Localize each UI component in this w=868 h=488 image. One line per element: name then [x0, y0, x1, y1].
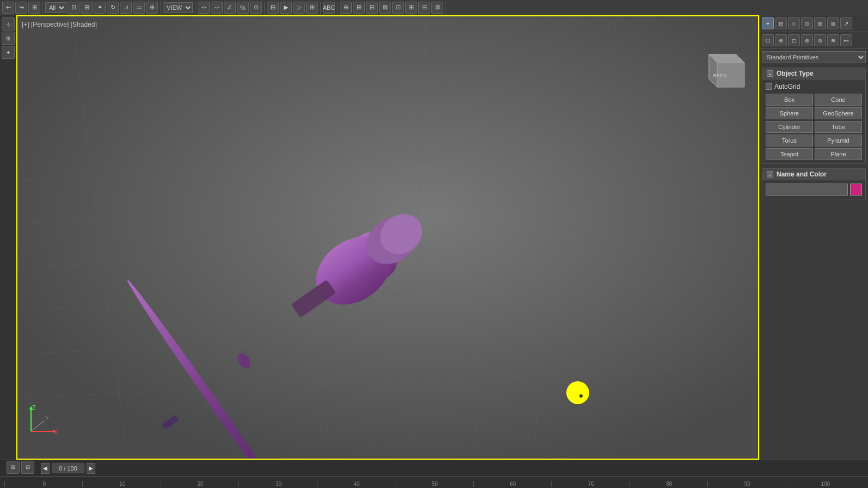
frame-counter: 0 / 100 [52, 463, 84, 473]
create-panel-icon[interactable]: ✦ [762, 17, 774, 29]
geosphere-button[interactable]: GeoSphere [815, 107, 862, 119]
panel-icon-r2-2[interactable]: ⊕ [775, 34, 787, 46]
name-color-collapse[interactable]: - [767, 171, 773, 178]
ruler-30: 30 [239, 481, 316, 487]
display-panel-icon[interactable]: ⊞ [814, 17, 826, 29]
name-color-title: Name and Color [777, 170, 827, 178]
autogrid-checkbox[interactable] [766, 83, 772, 90]
rect-select-button[interactable]: ▭ [133, 2, 145, 14]
undo-button[interactable]: ↩ [2, 2, 14, 14]
ruler-100: 100 [786, 481, 864, 487]
hierarchy-panel-icon[interactable]: ◇ [788, 17, 800, 29]
select-region-button[interactable]: ⊞ [81, 2, 93, 14]
color-swatch[interactable] [850, 184, 862, 196]
ruler-80: 80 [629, 481, 707, 487]
ruler-90: 90 [707, 481, 785, 487]
nav-cube[interactable]: BACK [698, 44, 747, 93]
bottom-left-icons: ⊞ ⊟ [4, 461, 36, 474]
status-icon-2[interactable]: ⊟ [21, 461, 34, 474]
left-icon-1[interactable]: ⊹ [2, 17, 15, 30]
render-button[interactable]: ▶ [280, 2, 292, 14]
name-color-content [762, 180, 865, 199]
main-layout: ⊹ ⊞ ✦ [+] [Perspective] [Shaded] [0, 15, 868, 460]
prev-frame-button[interactable]: ◀ [41, 463, 50, 474]
snap-2d-button[interactable]: ⊹ [198, 2, 210, 14]
ruler-0: 0 [4, 481, 82, 487]
object-name-input[interactable] [766, 184, 848, 196]
toolbar-group-text: ABC [323, 2, 338, 14]
panel-icon-r2-3[interactable]: ◻ [788, 34, 800, 46]
snap-3d-button[interactable]: ⊹ [211, 2, 223, 14]
render-frame-button[interactable]: ▷ [293, 2, 305, 14]
rotate-button[interactable]: ↻ [107, 2, 119, 14]
svg-text:Y: Y [45, 416, 49, 422]
ruler-70: 70 [551, 481, 629, 487]
misc5-button[interactable]: ⊞ [405, 2, 417, 14]
svg-text:X: X [54, 429, 58, 435]
plane-button[interactable]: Plane [815, 148, 862, 160]
panel-icon-r2-7[interactable]: ⊷ [840, 34, 852, 46]
misc1-button[interactable]: ⊞ [353, 2, 365, 14]
create-selection-button[interactable]: ⊕ [340, 2, 352, 14]
tube-button[interactable]: Tube [815, 121, 862, 133]
utilities-panel-icon[interactable]: ⊠ [827, 17, 839, 29]
svg-text:Z: Z [32, 405, 35, 411]
object-type-collapse[interactable]: - [767, 70, 773, 77]
left-icon-3[interactable]: ✦ [2, 46, 15, 59]
viewport[interactable]: [+] [Perspective] [Shaded] [16, 15, 759, 460]
select-button[interactable]: ⊡ [68, 2, 80, 14]
torus-button[interactable]: Torus [766, 135, 813, 147]
sphere-button[interactable]: Sphere [766, 107, 813, 119]
panel-icon-r2-6[interactable]: ≋ [827, 34, 839, 46]
panel-icon-r2-4[interactable]: ⊗ [801, 34, 813, 46]
cursor-indicator [566, 381, 589, 404]
ruler-10: 10 [82, 481, 160, 487]
misc4-button[interactable]: ⊡ [392, 2, 404, 14]
misc6-button[interactable]: ⊟ [418, 2, 430, 14]
toolbar-group-misc: ⊕ ⊞ ⊟ ⊠ ⊡ ⊞ ⊟ ⊠ [340, 2, 446, 14]
cone-button[interactable]: Cone [815, 94, 862, 106]
text-button[interactable]: ABC [323, 2, 335, 14]
autogrid-row: AutoGrid [766, 83, 862, 90]
box-button[interactable]: Box [766, 94, 813, 106]
extra-panel-icon[interactable]: ↗ [840, 17, 852, 29]
object-type-header: - Object Type [762, 68, 865, 80]
toolbar-group-select: All ⊡ ⊞ ✦ ↻ ⊿ ▭ ⊕ [45, 2, 161, 14]
spinner-snap-button[interactable]: ⊙ [250, 2, 262, 14]
freeform-button[interactable]: ⊕ [146, 2, 158, 14]
ruler-50: 50 [395, 481, 473, 487]
teapot-button[interactable]: Teapot [766, 148, 813, 160]
redo-button[interactable]: ↪ [15, 2, 27, 14]
panel-icon-r2-1[interactable]: ⬡ [762, 34, 774, 46]
misc3-button[interactable]: ⊠ [379, 2, 391, 14]
axis-indicator: X Z Y [26, 404, 58, 437]
motion-panel-icon[interactable]: ⊙ [801, 17, 813, 29]
status-icon-1[interactable]: ⊞ [7, 461, 20, 474]
pyramid-button[interactable]: Pyramid [815, 135, 862, 147]
primitives-type-dropdown[interactable]: Standard Primitives Extended Primitives … [762, 51, 866, 63]
percent-snap-button[interactable]: % [237, 2, 249, 14]
scene-button[interactable]: ⊞ [28, 2, 40, 14]
view-dropdown[interactable]: VIEW [163, 2, 193, 13]
render-region-button[interactable]: ⊞ [306, 2, 318, 14]
ruler-60: 60 [473, 481, 551, 487]
left-icon-2[interactable]: ⊞ [2, 32, 15, 45]
render-setup-button[interactable]: ⊟ [267, 2, 279, 14]
object-type-section: - Object Type AutoGrid Box Cone Sphere G… [762, 68, 866, 164]
misc2-button[interactable]: ⊟ [366, 2, 378, 14]
modify-panel-icon[interactable]: ⊟ [775, 17, 787, 29]
panel-icons-row2: ⬡ ⊕ ◻ ⊗ ⊘ ≋ ⊷ [760, 32, 868, 49]
cylinder-button[interactable]: Cylinder [766, 121, 813, 133]
angle-snap-button[interactable]: ∠ [224, 2, 236, 14]
autogrid-label: AutoGrid [774, 83, 800, 90]
next-frame-button[interactable]: ▶ [87, 463, 95, 474]
toolbar-group-snaps: ⊹ ⊹ ∠ % ⊙ [198, 2, 265, 14]
selection-filter-dropdown[interactable]: All [45, 2, 66, 13]
panel-icon-r2-5[interactable]: ⊘ [814, 34, 826, 46]
svg-line-30 [31, 420, 45, 431]
misc7-button[interactable]: ⊠ [431, 2, 443, 14]
move-button[interactable]: ✦ [94, 2, 106, 14]
status-bar: ⊞ ⊟ ◀ 0 / 100 ▶ [0, 460, 868, 476]
timeline-nav: ◀ 0 / 100 ▶ [41, 463, 95, 474]
scale-button[interactable]: ⊿ [120, 2, 132, 14]
